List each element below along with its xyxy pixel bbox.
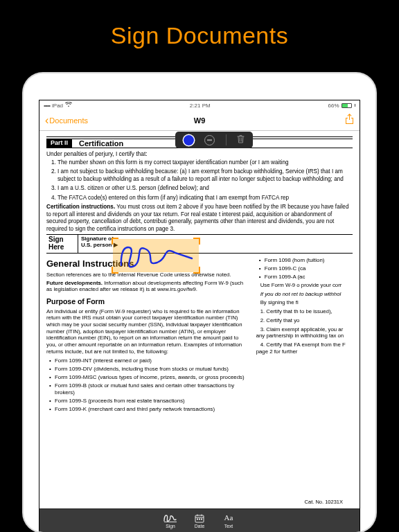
toolbar-separator [226,134,227,145]
list-item: Form 1099-C (ca [259,265,353,272]
purpose-text: An individual or entity (Form W-9 reques… [46,308,249,355]
wifi-icon [65,102,72,109]
signal-dots-icon [44,103,50,109]
cert-item: I am not subject to backup withholding b… [57,168,353,183]
list-item: Form 1099-MISC (various types of income,… [49,374,249,381]
right-para: 1. Certify that th to be issued), [256,308,353,315]
text-icon: Aa [214,514,243,523]
back-label: Documents [49,116,88,125]
stroke-style-button[interactable] [204,135,215,145]
hero-title: Sign Documents [0,0,399,49]
status-time: 2:21 PM [190,103,211,109]
list-item: Form 1099-A (ac [259,274,353,281]
part-title: Certification [72,139,130,148]
form-bullets: Form 1099-INT (interest earned or paid) … [46,357,249,414]
date-label: Date [195,524,204,529]
nav-bar: ‹ Documents W9 [39,110,360,131]
right-para: Use Form W-9 o provide your corr [256,282,353,289]
list-item: Form 1099-S (proceeds from real estate t… [49,398,249,405]
carrier-label: iPad [52,103,63,109]
document-viewport[interactable]: Part II Certification Under penalties of… [39,131,360,532]
cert-list: The number shown on this form is my corr… [46,159,353,202]
status-bar: iPad 2:21 PM 66% [39,100,360,110]
cert-instructions: Certification instructions. You must cro… [46,204,353,233]
share-button[interactable] [345,114,354,127]
cert-item: I am a U.S. citizen or other U.S. person… [57,185,353,193]
svg-rect-5 [197,518,198,520]
right-para: 4. Certify that FA exempt from the F pag… [256,342,353,355]
svg-rect-6 [199,518,200,520]
part-label: Part II [46,139,72,148]
sign-here-label: Sign Here [46,235,78,253]
annotation-toolbar: Sign Date Aa Text [39,508,360,532]
list-item: Form 1098 (hom (tuition) [259,257,353,264]
screen: iPad 2:21 PM 66% ‹ Documents W9 [39,100,360,532]
selection-toolbar [175,132,253,148]
section-ref: Section references are to the Internal R… [46,272,249,278]
signature-of-label: Signature ofU.S. person ▶ [78,235,121,253]
chevron-left-icon: ‹ [45,115,48,126]
signature-box: Sign Here Signature ofU.S. person ▶ [46,234,353,254]
future-developments: Future developments. Information about d… [46,280,249,293]
sign-button[interactable]: Sign [156,513,185,529]
list-item: Form 1099-B (stock or mutual fund sales … [49,382,249,396]
right-para: By signing the fi [256,299,353,306]
cert-item: The number shown on this form is my corr… [57,159,353,167]
right-para: 3. Claim exempt applicable, you ar any p… [256,326,353,339]
list-item: Form 1099-DIV (dividends, including thos… [49,366,249,373]
right-para: 2. Certify that yo [256,317,353,324]
right-column: Form 1098 (hom (tuition) Form 1099-C (ca… [256,255,353,414]
calendar-icon [185,514,214,523]
date-button[interactable]: Date [185,513,214,529]
signature-icon [156,514,185,523]
battery-pct: 66% [328,103,339,109]
catalog-number: Cat. No. 10231X [305,499,343,506]
text-label: Text [224,524,233,529]
general-instructions-heading: General Instructions [46,258,249,270]
color-swatch-blue[interactable] [184,135,194,145]
delete-button[interactable] [237,134,245,145]
cert-item: The FATCA code(s) entered on this form (… [57,195,353,202]
svg-rect-7 [201,518,202,520]
ipad-frame: iPad 2:21 PM 66% ‹ Documents W9 [24,73,375,532]
right-para: If you do not ret to backup withhol [256,291,353,298]
battery-icon [342,103,352,108]
back-button[interactable]: ‹ Documents [45,115,88,126]
text-button[interactable]: Aa Text [214,513,243,529]
cert-intro: Under penalties of perjury, I certify th… [46,150,353,158]
purpose-heading: Purpose of Form [46,297,249,306]
list-item: Form 1099-K (merchant card and third par… [49,406,249,413]
list-item: Form 1099-INT (interest earned or paid) [49,357,249,364]
sign-label: Sign [166,524,175,529]
